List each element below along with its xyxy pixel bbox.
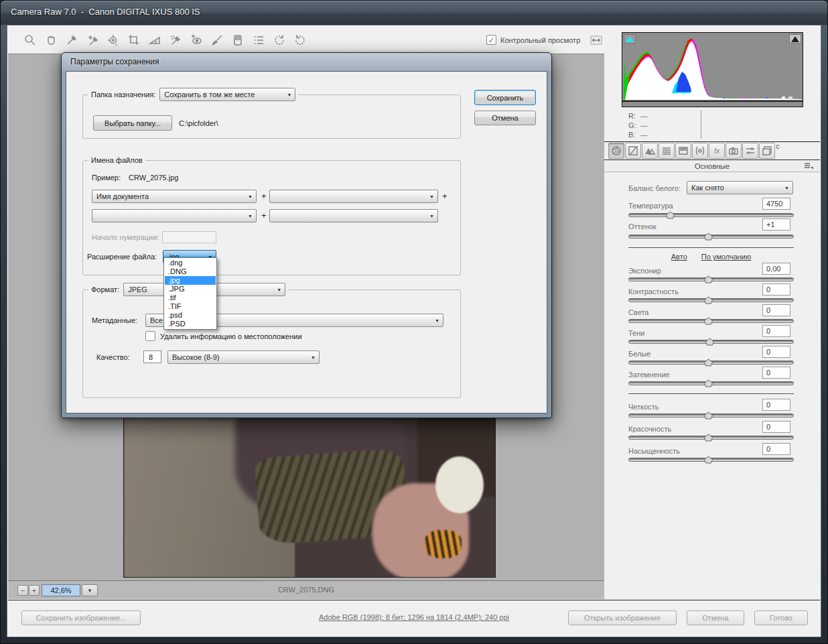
vibrance-slider[interactable] bbox=[628, 434, 794, 442]
slider-thumb[interactable] bbox=[705, 338, 714, 347]
auto-link[interactable]: Авто bbox=[671, 253, 687, 261]
destination-group: Папка назначения: Сохранить в том же мес… bbox=[82, 88, 461, 139]
exposure-slider[interactable] bbox=[628, 275, 794, 283]
preview-checkbox-label: Контрольный просмотр bbox=[500, 36, 580, 44]
slider-thumb[interactable] bbox=[704, 296, 713, 306]
remove-location-checkbox[interactable] bbox=[145, 331, 155, 341]
spot-removal-tool-icon[interactable] bbox=[168, 33, 183, 48]
naming-token-3-select[interactable]: ▼ bbox=[92, 209, 257, 222]
slider-value[interactable]: 0 bbox=[762, 283, 790, 296]
slider-label: Оттенок bbox=[628, 222, 657, 231]
cancel-button[interactable]: Отмена bbox=[687, 610, 744, 625]
window-title: Camera Raw 7.0 - Canon DIGITAL IXUS 800 … bbox=[11, 7, 200, 17]
highlight-clipping-indicator[interactable] bbox=[789, 34, 801, 44]
chevron-down-icon: ▼ bbox=[784, 186, 789, 190]
slider-value[interactable]: 0 bbox=[762, 325, 790, 337]
window-titlebar[interactable]: Camera Raw 7.0 - Canon DIGITAL IXUS 800 … bbox=[1, 1, 827, 25]
naming-token-1-select[interactable]: Имя документа▼ bbox=[92, 190, 257, 203]
adjustment-brush-tool-icon[interactable] bbox=[210, 33, 224, 48]
slider-value[interactable]: 0 bbox=[762, 304, 790, 316]
default-link[interactable]: По умолчанию bbox=[701, 253, 751, 261]
remove-location-label: Удалить информацию о местоположении bbox=[160, 332, 302, 340]
tab-tone-curve[interactable] bbox=[625, 143, 641, 159]
panel-menu-icon[interactable] bbox=[804, 162, 813, 172]
slider-thumb[interactable] bbox=[704, 434, 713, 443]
zoom-tool-icon[interactable] bbox=[23, 33, 38, 48]
hand-tool-icon[interactable] bbox=[44, 33, 58, 48]
rotate-right-icon[interactable] bbox=[293, 33, 307, 48]
rotate-left-icon[interactable] bbox=[272, 33, 287, 48]
slider-thumb[interactable] bbox=[704, 411, 713, 421]
save-button[interactable]: Сохранить bbox=[474, 90, 536, 105]
tab-lens-corrections[interactable] bbox=[692, 143, 708, 159]
shadow-clipping-indicator[interactable] bbox=[624, 34, 636, 44]
metadata-label: Метаданные: bbox=[92, 316, 137, 324]
shadows-slider[interactable] bbox=[628, 338, 794, 346]
graduated-filter-tool-icon[interactable] bbox=[230, 33, 245, 48]
histogram-plot bbox=[622, 33, 803, 107]
destination-select[interactable]: Сохранить в том же месте▼ bbox=[159, 88, 295, 101]
open-image-button[interactable]: Открыть изображение bbox=[568, 610, 677, 625]
slider-value[interactable]: 0 bbox=[762, 443, 790, 455]
contrast-slider[interactable] bbox=[628, 296, 794, 304]
slider-value[interactable]: 0 bbox=[762, 399, 790, 411]
whites-slider[interactable] bbox=[628, 359, 794, 367]
naming-token-2-select[interactable]: ▼ bbox=[269, 190, 438, 203]
preview-checkbox-group[interactable]: ✓ Контрольный просмотр bbox=[486, 35, 580, 45]
saturation-slider[interactable] bbox=[628, 456, 794, 464]
slider-value[interactable]: 0 bbox=[762, 367, 790, 379]
slider-thumb[interactable] bbox=[704, 275, 713, 285]
preferences-tool-icon[interactable] bbox=[251, 33, 266, 48]
tab-hsl-grayscale[interactable] bbox=[659, 143, 675, 159]
slider-value[interactable]: +1 bbox=[762, 218, 790, 231]
tab-camera-calibration[interactable] bbox=[726, 143, 742, 159]
tab-basic[interactable] bbox=[608, 143, 624, 159]
slider-label: Затемнение bbox=[628, 371, 670, 379]
quality-preset-select[interactable]: Высокое (8-9)▼ bbox=[167, 350, 320, 364]
extension-option[interactable]: .psd bbox=[165, 311, 216, 320]
blacks-slider[interactable] bbox=[628, 379, 794, 387]
white-balance-select[interactable]: Как снято▼ bbox=[687, 181, 793, 194]
photo-egg bbox=[435, 456, 484, 513]
color-sampler-tool-icon[interactable] bbox=[85, 33, 100, 48]
highlights-slider[interactable] bbox=[628, 317, 794, 325]
extension-option[interactable]: .dng bbox=[165, 259, 216, 267]
tab-effects[interactable]: fx bbox=[709, 143, 725, 159]
slider-thumb[interactable] bbox=[704, 317, 713, 326]
done-button[interactable]: Готово bbox=[754, 610, 808, 625]
preview-checkbox[interactable]: ✓ bbox=[486, 35, 496, 45]
slider-thumb[interactable] bbox=[666, 211, 675, 220]
slider-value[interactable]: 0 bbox=[762, 346, 790, 358]
slider-thumb[interactable] bbox=[704, 359, 713, 368]
slider-thumb[interactable] bbox=[704, 379, 713, 389]
extension-option[interactable]: .TIF bbox=[165, 302, 216, 311]
straighten-tool-icon[interactable] bbox=[147, 33, 162, 48]
tab-detail[interactable] bbox=[642, 143, 658, 159]
extension-option-selected[interactable]: .jpg bbox=[165, 276, 216, 285]
quality-input[interactable]: 8 bbox=[143, 350, 161, 363]
red-eye-tool-icon[interactable] bbox=[189, 33, 204, 48]
tab-split-toning[interactable] bbox=[675, 143, 691, 159]
naming-token-4-select[interactable]: ▼ bbox=[269, 209, 438, 222]
dialog-cancel-button[interactable]: Отмена bbox=[474, 111, 536, 125]
extension-option[interactable]: .tif bbox=[165, 294, 216, 302]
white-balance-tool-icon[interactable] bbox=[64, 33, 79, 48]
crop-tool-icon[interactable] bbox=[127, 33, 141, 48]
slider-value[interactable]: 0 bbox=[762, 421, 790, 433]
extension-option[interactable]: .PSD bbox=[165, 320, 216, 328]
tab-snapshots[interactable] bbox=[759, 143, 775, 159]
choose-folder-button[interactable]: Выбрать папку... bbox=[93, 115, 172, 131]
slider-value[interactable]: 4750 bbox=[762, 198, 790, 210]
slider-value[interactable]: 0,00 bbox=[762, 263, 790, 275]
plus-sign: + bbox=[261, 210, 267, 220]
slider-thumb[interactable] bbox=[704, 233, 713, 242]
tab-presets[interactable] bbox=[742, 143, 758, 159]
extension-option[interactable]: .JPG bbox=[165, 285, 216, 294]
tint-slider[interactable] bbox=[628, 233, 794, 241]
extension-option[interactable]: .DNG bbox=[165, 267, 216, 276]
clarity-slider[interactable] bbox=[628, 411, 794, 420]
targeted-adjustment-tool-icon[interactable] bbox=[106, 33, 121, 48]
workflow-link[interactable]: Adobe RGB (1998); 8 бит; 1296 на 1814 (2… bbox=[319, 613, 509, 621]
slider-thumb[interactable] bbox=[704, 456, 713, 465]
toggle-fullscreen-icon[interactable] bbox=[588, 34, 604, 47]
